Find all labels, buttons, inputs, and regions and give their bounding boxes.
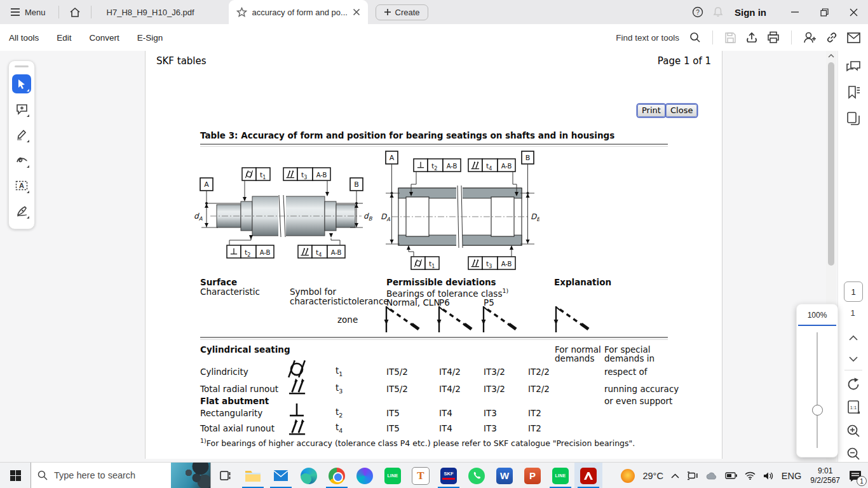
fill-sign-tool[interactable] [12, 201, 31, 220]
taskbar-app-mail[interactable] [267, 463, 295, 488]
select-text-tool[interactable]: A [12, 176, 31, 195]
link-icon[interactable] [825, 31, 838, 44]
taskbar-app-chrome[interactable] [323, 463, 351, 488]
tolerance-ref: t3 [336, 383, 342, 395]
actual-size-button[interactable]: 1:1 [845, 399, 862, 416]
taskbar-app-edge[interactable] [295, 463, 323, 488]
find-label[interactable]: Find text or tools [616, 33, 679, 43]
deviation-glyph [382, 304, 423, 334]
battery-button[interactable] [721, 463, 741, 488]
draw-tool[interactable] [12, 151, 31, 170]
screen-capture-button[interactable] [683, 463, 702, 488]
page-number-field[interactable]: 1 [844, 281, 863, 302]
restore-icon [820, 8, 829, 17]
taskbar-app-line[interactable]: LINE [379, 463, 407, 488]
share-upload-icon[interactable] [745, 31, 758, 44]
close-tab-icon[interactable] [353, 8, 360, 16]
add-comment-tool[interactable] [12, 100, 31, 119]
wifi-button[interactable] [741, 463, 759, 488]
tab-document-active[interactable]: accuracy of form and po... [229, 0, 368, 24]
rule [200, 144, 668, 147]
tab-document-1[interactable]: H7_H8_H9_H10_J6.pdf [98, 8, 203, 17]
start-button[interactable] [0, 463, 31, 488]
select-tool[interactable] [12, 74, 31, 93]
taskbar-app-microsoft-365[interactable] [351, 463, 379, 488]
acrobat-window: Menu H7_H8_H9_H10_J6.pdf accuracy of for… [0, 0, 868, 488]
svg-text:A-B: A-B [501, 261, 512, 268]
notifications-button[interactable] [708, 0, 728, 24]
taskbar-app-acrobat[interactable] [574, 463, 602, 488]
cell: IT2/2 [528, 384, 550, 394]
volume-button[interactable] [759, 463, 778, 488]
housing-diagram: A B [381, 147, 539, 280]
temperature-label[interactable]: 29°C [639, 463, 667, 488]
weather-button[interactable] [617, 463, 639, 488]
comments-panel-button[interactable] [845, 58, 862, 75]
edit-button[interactable]: Edit [57, 33, 71, 43]
all-tools-button[interactable]: All tools [9, 33, 39, 43]
svg-text:A-B: A-B [316, 172, 327, 179]
zoom-out-button[interactable] [845, 445, 862, 462]
esign-button[interactable]: E-Sign [137, 33, 163, 43]
tray-overflow-button[interactable] [667, 463, 683, 488]
onedrive-button[interactable] [702, 463, 721, 488]
help-button[interactable]: ? [688, 0, 708, 24]
title-bar: Menu H7_H8_H9_H10_J6.pdf accuracy of for… [0, 0, 868, 24]
close-icon [850, 8, 858, 17]
next-page-button[interactable] [845, 351, 862, 367]
action-center-button[interactable]: 1 [845, 463, 865, 488]
taskbar-app-thai[interactable]: T [407, 463, 435, 488]
col-explanation: Explanation [554, 277, 611, 287]
scroll-up-icon[interactable] [828, 53, 834, 58]
taskbar-app-word[interactable]: W [491, 463, 519, 488]
sign-in-button[interactable]: Sign in [735, 7, 766, 18]
home-button[interactable] [65, 7, 85, 18]
bookmarks-panel-button[interactable] [845, 84, 862, 100]
svg-text:A-B: A-B [260, 249, 271, 256]
close-window-button[interactable] [839, 0, 868, 24]
panel-drag-handle[interactable] [15, 65, 29, 67]
save-icon[interactable] [724, 32, 736, 44]
rotate-page-button[interactable] [845, 376, 862, 393]
language-indicator[interactable]: ENG [778, 463, 805, 488]
taskbar-app-whatsapp[interactable] [463, 463, 491, 488]
cloud-icon [705, 472, 717, 480]
restore-button[interactable] [810, 0, 839, 24]
scrollbar-thumb[interactable] [828, 62, 834, 266]
thai-app-icon: T [412, 467, 430, 485]
previous-page-button[interactable] [845, 329, 862, 346]
search-icon[interactable] [689, 32, 701, 43]
total-runout-symbol [287, 377, 308, 395]
line-icon: LINE [552, 468, 569, 484]
col-symbol-1: Symbol for [290, 287, 336, 297]
star-icon[interactable] [236, 7, 247, 17]
one-to-one-icon: 1:1 [846, 400, 860, 415]
section-cylindrical: Cylindrical seating [200, 344, 290, 355]
convert-button[interactable]: Convert [90, 33, 119, 43]
zoom-in-button[interactable] [845, 423, 862, 439]
search-highlight-image[interactable] [171, 463, 210, 488]
email-icon[interactable] [847, 32, 860, 43]
taskbar-search[interactable]: Type here to search [31, 463, 211, 488]
zoom-slider-track[interactable] [817, 332, 818, 448]
minimize-button[interactable] [780, 0, 810, 24]
zoom-level: 100% [797, 311, 837, 320]
create-button[interactable]: Create [376, 4, 428, 20]
viewer-area: A SKF tables Page 1 of 1 Print Close Tab… [0, 51, 868, 462]
page-count: Page 1 of 1 [658, 55, 711, 67]
task-view-button[interactable] [211, 463, 239, 488]
add-user-icon[interactable] [803, 31, 817, 44]
note-normal-2: demands [555, 353, 594, 363]
print-icon[interactable] [767, 31, 780, 44]
menu-button[interactable]: Menu [4, 8, 52, 17]
zoom-slider-handle[interactable] [812, 405, 823, 416]
clock[interactable]: 9:01 9/2/2567 [805, 466, 845, 485]
taskbar-app-file-explorer[interactable] [239, 463, 267, 488]
taskbar-app-line-2[interactable]: LINE [546, 463, 574, 488]
taskbar-app-powerpoint[interactable]: P [519, 463, 546, 488]
print-button[interactable]: Print [637, 104, 665, 117]
taskbar-app-skf[interactable]: SKF [435, 463, 463, 488]
highlight-tool[interactable] [12, 125, 31, 144]
page-thumbnails-button[interactable] [845, 111, 862, 127]
close-button[interactable]: Close [666, 104, 697, 117]
